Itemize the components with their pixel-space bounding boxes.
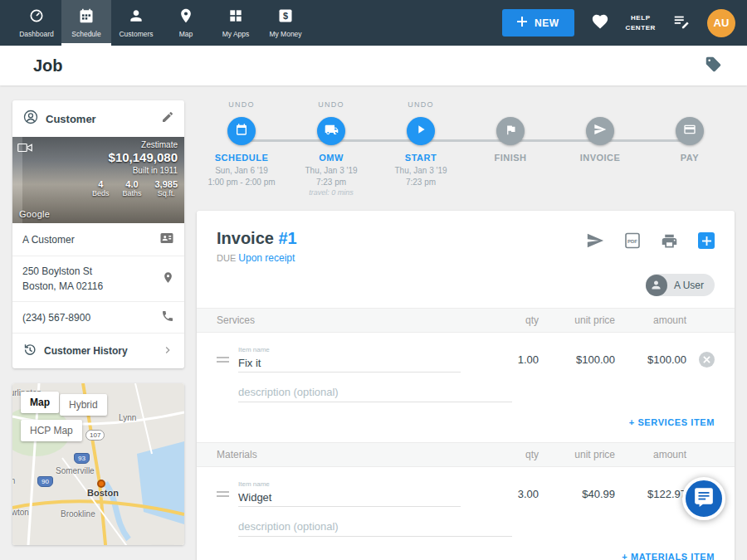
chevron-right-icon <box>161 343 174 359</box>
built-in: Built in 1911 <box>19 166 178 175</box>
step-label: PAY <box>681 153 699 163</box>
map-label-boston: Boston <box>87 488 119 498</box>
customer-history-row[interactable]: Customer History <box>12 334 184 368</box>
user-avatar[interactable]: AU <box>707 9 735 37</box>
help-center-link[interactable]: HELP CENTER <box>626 13 657 33</box>
hcp-map-button[interactable]: HCP Map <box>21 420 82 441</box>
material-description-input[interactable] <box>238 517 512 537</box>
phone-icon[interactable] <box>161 309 174 325</box>
invoice-number[interactable]: #1 <box>278 229 296 247</box>
service-item-name-input[interactable] <box>238 354 461 373</box>
nav-item-my-money[interactable]: $ My Money <box>261 0 310 46</box>
contact-card-icon[interactable] <box>159 231 174 248</box>
step-date-line: Thu, Jan 3 '19 <box>305 165 357 177</box>
page-header: Job <box>0 46 747 85</box>
chat-icon <box>693 486 715 511</box>
drag-handle-icon[interactable] <box>217 357 229 363</box>
timeline-step-pay: PAY <box>645 100 735 197</box>
map-type-map-button[interactable]: Map <box>21 392 59 413</box>
material-item-row: Item name 3.00 $40.99 $122.97 <box>197 467 735 510</box>
nav-item-label: Dashboard <box>19 30 54 38</box>
add-service-row: + SERVICES ITEM <box>197 404 735 442</box>
zestimate-label: Zestimate <box>19 140 178 149</box>
money-icon: $ <box>277 7 294 27</box>
map-type-hybrid-button[interactable]: Hybrid <box>60 394 107 416</box>
timeline-step-schedule: UNDO SCHEDULE Sun, Jan 6 '19 1:00 pm - 2… <box>197 100 286 197</box>
undo-omw-button[interactable]: UNDO <box>318 100 344 117</box>
drag-handle-icon[interactable] <box>217 491 229 497</box>
add-invoice-item-button[interactable] <box>698 232 715 249</box>
service-item-qty[interactable]: 1.00 <box>481 353 539 366</box>
tag-icon[interactable] <box>705 56 722 76</box>
remove-item-button[interactable] <box>699 352 715 368</box>
finish-step-button[interactable] <box>496 117 525 145</box>
nav-item-label: My Money <box>269 30 301 38</box>
pdf-icon[interactable]: PDF <box>624 232 641 249</box>
customer-card: Customer Zestimate $10,149,080 Built in … <box>12 100 184 368</box>
omw-step-button[interactable] <box>317 117 345 145</box>
print-icon[interactable] <box>661 232 678 250</box>
step-dates: Sun, Jan 6 '19 1:00 pm - 2:00 pm <box>208 165 275 187</box>
history-clock-icon <box>22 343 37 359</box>
send-invoice-icon[interactable] <box>586 231 604 250</box>
assignee-chip[interactable]: A User <box>646 274 715 296</box>
schedule-step-button[interactable] <box>227 117 256 145</box>
nav-item-schedule[interactable]: Schedule <box>61 0 111 46</box>
heart-icon[interactable] <box>591 12 609 34</box>
assignee-name: A User <box>674 280 704 291</box>
location-pin-icon[interactable] <box>162 271 174 286</box>
service-item-unit-price[interactable]: $100.00 <box>539 353 615 366</box>
map-marker[interactable] <box>97 480 105 488</box>
add-service-item-link[interactable]: + SERVICES ITEM <box>629 417 715 427</box>
top-nav: Dashboard Schedule Customers Map My Apps… <box>0 0 747 46</box>
step-date-line: Thu, Jan 3 '19 <box>394 165 447 177</box>
new-button[interactable]: NEW <box>502 9 574 37</box>
map-label-lynn: Lynn <box>119 413 136 422</box>
step-date-line: 7:23 pm <box>394 177 447 188</box>
nav-item-label: Map <box>179 30 193 38</box>
sidebar: Customer Zestimate $10,149,080 Built in … <box>12 100 184 545</box>
person-circle-icon <box>22 109 39 129</box>
beds-label: Beds <box>92 189 110 197</box>
route-badge-107: 107 <box>85 430 105 441</box>
plus-icon <box>517 17 527 29</box>
undo-schedule-button[interactable]: UNDO <box>228 100 254 117</box>
due-value-link[interactable]: Upon receipt <box>238 252 295 264</box>
map-widget[interactable]: Burlington Lynn 107 93 ham 90 Somerville… <box>12 383 184 545</box>
service-item-row: Item name 1.00 $100.00 $100.00 <box>197 333 735 376</box>
material-item-amount: $122.97 <box>615 488 686 500</box>
notes-edit-icon[interactable] <box>672 12 691 34</box>
nav-item-dashboard[interactable]: Dashboard <box>12 0 61 46</box>
add-material-item-link[interactable]: + MATERIALS ITEM <box>622 552 715 560</box>
service-description-input[interactable] <box>238 382 512 402</box>
invoice-header: Invoice #1 DUE Upon receipt PDF <box>197 226 735 264</box>
main-panel: UNDO SCHEDULE Sun, Jan 6 '19 1:00 pm - 2… <box>197 100 735 545</box>
svg-text:$: $ <box>283 11 288 21</box>
undo-start-button[interactable]: UNDO <box>408 100 433 117</box>
route-badge-90: 90 <box>37 476 53 487</box>
chat-bubble-button[interactable] <box>682 477 725 520</box>
edit-pencil-icon[interactable] <box>161 110 174 127</box>
pay-step-button[interactable] <box>676 117 704 145</box>
customer-phone: (234) 567-8900 <box>22 310 161 325</box>
start-step-button[interactable] <box>407 117 435 145</box>
svg-text:PDF: PDF <box>627 239 637 244</box>
nav-item-my-apps[interactable]: My Apps <box>211 0 261 46</box>
invoice-title-text: Invoice <box>217 229 274 247</box>
property-photo: Zestimate $10,149,080 Built in 1911 4 Be… <box>12 137 184 223</box>
material-item-unit-price[interactable]: $40.99 <box>539 488 615 500</box>
assignee-row: A User <box>197 264 735 308</box>
nav-item-label: Schedule <box>71 30 100 38</box>
assignee-avatar <box>646 275 667 296</box>
due-label: DUE <box>217 253 236 263</box>
nav-items: Dashboard Schedule Customers Map My Apps… <box>12 0 310 46</box>
material-item-name-input[interactable] <box>238 489 461 507</box>
nav-item-customers[interactable]: Customers <box>111 0 161 46</box>
step-dates: Thu, Jan 3 '19 7:23 pm <box>394 165 447 187</box>
material-item-qty[interactable]: 3.00 <box>481 488 539 500</box>
property-stats: 4 Beds 4.0 Baths 3,985 Sq.ft. <box>19 179 178 197</box>
customers-icon <box>128 7 144 27</box>
beds-value: 4 <box>92 179 110 189</box>
nav-item-map[interactable]: Map <box>161 0 211 46</box>
invoice-step-button[interactable] <box>586 117 614 145</box>
